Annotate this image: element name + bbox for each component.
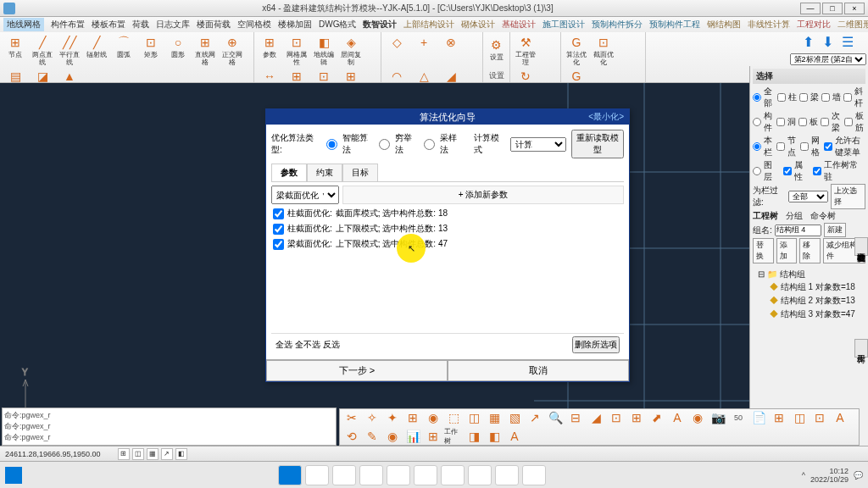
next-button[interactable]: 下一步 > — [266, 360, 448, 381]
tool-icon[interactable]: ◉ — [424, 409, 442, 426]
tool-icon[interactable]: ⊡ — [607, 409, 626, 426]
tool-icon[interactable]: ✂ — [342, 409, 361, 426]
radio-all[interactable] — [753, 93, 761, 102]
maximize-button[interactable]: □ — [822, 3, 843, 14]
clock-date[interactable]: 2022/10/29 — [810, 475, 849, 484]
ribbon-item[interactable]: ⊡矩形 — [138, 34, 164, 66]
tool-icon[interactable]: ↗ — [526, 409, 544, 426]
radio-smart[interactable] — [326, 139, 337, 150]
tool-icon[interactable]: ◫ — [790, 409, 809, 426]
tool-icon[interactable]: 50 — [729, 409, 748, 426]
menu-item[interactable]: 日志文库 — [156, 19, 190, 30]
chk-ban[interactable] — [798, 118, 807, 126]
last-sel-button[interactable]: 上次选择 — [831, 184, 865, 209]
floor-select[interactable]: 第2标准层 (第2自然层) ▼ — [790, 53, 866, 65]
command-panel[interactable]: 命令:pgwex_r 命令:pgwex_r 命令:pgwex_r — [2, 408, 337, 446]
cancel-button[interactable]: 取消 — [448, 360, 629, 381]
task-icon[interactable] — [441, 465, 465, 485]
tool-icon[interactable]: ◨ — [465, 428, 483, 445]
tool-icon[interactable]: 📊 — [403, 428, 422, 445]
next-icon[interactable]: ⬇ — [822, 34, 833, 50]
tool-icon[interactable]: A — [668, 409, 687, 426]
menu-item[interactable]: 构件布置 — [51, 19, 85, 30]
task-icon[interactable] — [468, 465, 492, 485]
tool-icon[interactable]: ⟲ — [342, 428, 361, 445]
status-icon[interactable]: ◫ — [132, 448, 144, 460]
tab-objectives[interactable]: 目标 — [342, 164, 378, 181]
tool-icon[interactable]: ◫ — [465, 409, 483, 426]
menu-item[interactable]: 空间格模 — [237, 19, 271, 30]
ribbon-item[interactable]: ⊕正交网格 — [220, 34, 245, 66]
radio-gj[interactable] — [753, 118, 761, 126]
reload-model-button[interactable]: 重新读取模型 — [571, 130, 624, 158]
delete-selected-button[interactable]: 删除所选项 — [572, 336, 620, 353]
start-button[interactable] — [5, 467, 22, 484]
menu-item[interactable]: 楼面荷载 — [197, 19, 231, 30]
tool-icon[interactable]: ⊞ — [403, 409, 422, 426]
clock-time[interactable]: 10:12 — [810, 467, 849, 475]
radio-tz[interactable] — [753, 167, 761, 175]
select-none[interactable]: 全不选 — [295, 340, 320, 349]
chk-jd[interactable] — [776, 142, 785, 151]
ribbon-item[interactable]: ⌒圆弧 — [111, 34, 136, 66]
menu-item[interactable]: 工程对比 — [797, 19, 831, 30]
notif-icon[interactable]: 💬 — [854, 471, 863, 480]
task-icon[interactable] — [495, 465, 519, 485]
ribbon-item[interactable]: ⊞直线网格 — [192, 34, 218, 66]
task-icon[interactable] — [522, 465, 546, 485]
menu-item[interactable]: 二维图形编辑 — [837, 19, 868, 30]
ribbon-item[interactable]: ◧地线编辑 — [311, 34, 337, 66]
ribbon-item[interactable]: G算法优化 — [564, 34, 589, 66]
list-item[interactable]: 梁截面优化:上下限模式; 选中构件总数: 47 — [271, 236, 624, 252]
tree-node[interactable]: ◆ 结构组 3 对象数=47 — [758, 308, 865, 321]
menu-item[interactable]: 地线网格 — [3, 18, 44, 31]
dialog-title[interactable]: 算法优化向导<最小化> — [266, 109, 629, 125]
tool-icon[interactable]: 工作树 — [444, 428, 463, 445]
tool-icon[interactable]: ⊞ — [424, 428, 442, 445]
ribbon-item[interactable]: ⊗ — [438, 34, 464, 66]
menu-item[interactable]: 荷载 — [132, 19, 149, 30]
tool-icon[interactable]: ⊞ — [627, 409, 646, 426]
tree-node[interactable]: ◆ 结构组 2 对象数=13 — [758, 294, 865, 308]
ribbon-item[interactable]: ╱辐射线 — [84, 34, 109, 66]
tool-icon[interactable]: A — [831, 409, 849, 426]
ribbon-item[interactable]: ⚒工程管理 — [513, 34, 538, 66]
ribbon-item[interactable]: ⊡截面优化 — [591, 34, 616, 66]
tab-params[interactable]: 参数 — [271, 164, 307, 181]
task-icon[interactable] — [278, 465, 302, 485]
side-tab-tree[interactable]: 工作树 — [854, 339, 868, 358]
tool-icon[interactable]: ◢ — [587, 409, 605, 426]
task-icon[interactable] — [414, 465, 437, 485]
status-icon[interactable]: ◧ — [175, 448, 187, 460]
tool-icon[interactable]: ⬚ — [444, 409, 463, 426]
new-button[interactable]: 新建 — [824, 223, 846, 237]
task-icon[interactable] — [387, 465, 410, 485]
radio-sampling[interactable] — [424, 139, 435, 150]
ribbon-item[interactable]: + — [411, 34, 437, 66]
tool-icon[interactable]: ▧ — [505, 409, 524, 426]
chk-tree[interactable] — [813, 167, 821, 175]
menu-item[interactable]: 楼梯加固 — [278, 19, 312, 30]
tab-constraints[interactable]: 约束 — [307, 164, 342, 181]
menu-item[interactable]: 基础设计 — [502, 19, 536, 30]
menu-item[interactable]: 上部结构设计 — [403, 19, 454, 30]
select-all[interactable]: 全选 — [275, 340, 292, 349]
chk-wg[interactable] — [800, 142, 809, 151]
ribbon-item[interactable]: ○圆形 — [165, 34, 191, 66]
status-icon[interactable]: ↗ — [161, 448, 173, 460]
chk-zhu[interactable] — [777, 93, 786, 102]
add-param-button[interactable]: + 添加新参数 — [342, 186, 624, 204]
chk-item[interactable] — [273, 208, 284, 219]
status-icon[interactable]: ⊞ — [118, 448, 130, 460]
radio-exhaustive[interactable] — [379, 139, 390, 150]
chk-xg[interactable] — [843, 93, 852, 102]
tool-icon[interactable]: ✎ — [363, 428, 381, 445]
close-button[interactable]: × — [844, 3, 865, 14]
task-icon[interactable] — [332, 465, 356, 485]
chk-item[interactable] — [273, 239, 284, 250]
tool-icon[interactable]: ✧ — [363, 409, 381, 426]
menu-item[interactable]: 砌体设计 — [461, 19, 495, 30]
ribbon-item[interactable]: ╱两点直线 — [30, 34, 55, 66]
dialog-minimize[interactable]: <最小化> — [588, 111, 624, 123]
tool-icon[interactable]: 🔍 — [546, 409, 565, 426]
